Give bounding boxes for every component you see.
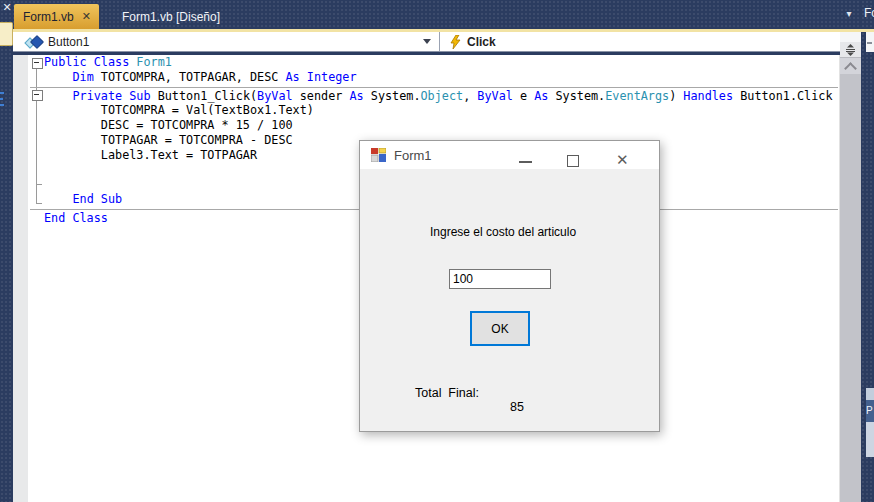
tab-form1-vb[interactable]: Form1.vb ✕ xyxy=(14,4,99,29)
editor-indicator-margin xyxy=(13,55,28,502)
background-window-fragment xyxy=(0,22,13,46)
code-line[interactable]: Dim TOTCOMPRA, TOTPAGAR, DESC As Integer xyxy=(44,70,838,85)
field-icon xyxy=(26,36,42,48)
code-line[interactable]: DESC = TOTCOMPRA * 15 / 100 xyxy=(44,118,838,133)
tab-overflow-icon[interactable]: ▾ xyxy=(841,7,857,21)
navigation-bar: Button1 Click xyxy=(13,32,861,52)
chevron-down-icon[interactable] xyxy=(423,39,431,44)
background-text-fragment xyxy=(0,98,3,100)
fold-guide-line xyxy=(36,203,42,204)
window-left-edge xyxy=(0,0,13,502)
cost-input[interactable] xyxy=(449,269,551,289)
tab-form1-vb-design[interactable]: Form1.vb [Diseño] xyxy=(114,4,228,29)
background-window-fragment xyxy=(866,422,874,457)
background-window-fragment xyxy=(867,42,872,44)
total-label: Total Final: xyxy=(415,386,479,400)
form1-dialog: Form1 ✕ Ingrese el costo del articulo OK… xyxy=(359,140,660,432)
code-line[interactable]: Private Sub Button1_Click(ByVal sender A… xyxy=(44,89,838,104)
procedure-separator xyxy=(44,85,838,89)
object-dropdown[interactable]: Button1 xyxy=(14,32,438,51)
maximize-button[interactable] xyxy=(567,155,579,167)
scrollbar-up-icon[interactable] xyxy=(840,58,861,74)
code-line[interactable]: TOTCOMPRA = Val(TextBox1.Text) xyxy=(44,103,838,118)
tab-label: Form1.vb [Diseño] xyxy=(122,10,220,24)
background-window-fragment xyxy=(866,388,874,400)
total-value: 85 xyxy=(510,400,524,414)
fold-guide-line xyxy=(36,184,42,185)
minimize-button[interactable] xyxy=(519,161,532,163)
winforms-app-icon xyxy=(371,148,386,162)
close-icon[interactable]: ✕ xyxy=(1,1,13,14)
tab-close-icon[interactable]: ✕ xyxy=(82,10,91,23)
code-line[interactable]: Public Class Form1 xyxy=(44,55,838,70)
background-text-fragment xyxy=(0,92,4,94)
splitter-icon xyxy=(845,44,856,56)
scrollbar-spacer xyxy=(840,32,861,42)
background-text-fragment xyxy=(0,104,4,106)
scrollbar-thumb[interactable] xyxy=(840,74,861,502)
event-dropdown[interactable]: Click xyxy=(439,32,860,51)
object-dropdown-value: Button1 xyxy=(48,35,89,49)
background-window-fragment: P xyxy=(866,400,874,422)
dialog-title: Form1 xyxy=(394,148,432,163)
editor-splitter-handle[interactable] xyxy=(840,42,861,58)
fold-collapse-icon[interactable] xyxy=(32,90,43,101)
event-lightning-icon xyxy=(450,35,461,49)
fold-collapse-icon[interactable] xyxy=(32,58,43,69)
background-tab-fragment: Fo xyxy=(864,6,874,22)
close-button[interactable]: ✕ xyxy=(616,152,629,167)
ok-button[interactable]: OK xyxy=(470,311,530,346)
event-dropdown-value: Click xyxy=(467,35,496,49)
prompt-label: Ingrese el costo del articulo xyxy=(430,225,630,239)
tab-label: Form1.vb xyxy=(23,10,74,24)
